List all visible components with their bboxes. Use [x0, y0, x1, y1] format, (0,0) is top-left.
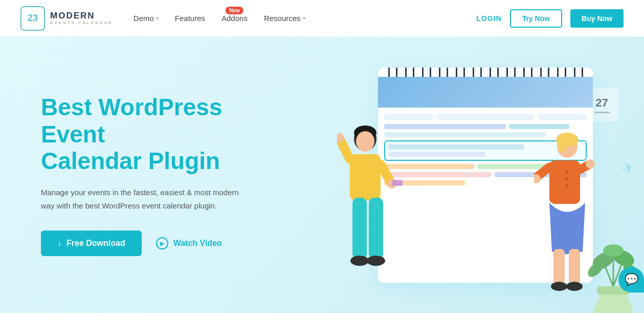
svg-rect-13	[352, 198, 367, 259]
ring	[490, 68, 499, 77]
svg-point-25	[586, 159, 595, 169]
hero-title: Best WordPress Event Calendar Plugin	[41, 94, 286, 175]
svg-rect-27	[569, 249, 580, 285]
ring	[473, 68, 482, 77]
login-button[interactable]: LOGIN	[476, 14, 501, 23]
try-now-button[interactable]: Try Now	[510, 9, 562, 28]
chevron-icon: ▾	[156, 15, 159, 21]
ring	[388, 68, 397, 77]
svg-point-39	[603, 244, 624, 257]
calendar-rings	[378, 68, 593, 77]
svg-rect-26	[553, 249, 565, 285]
svg-rect-14	[369, 198, 383, 259]
svg-rect-8	[350, 154, 381, 200]
navbar-left: 23 MODERN EVENTS CALENDAR Demo ▾ Feature…	[20, 6, 305, 31]
nav-item-resources[interactable]: Resources ▾	[264, 14, 305, 23]
svg-point-16	[367, 256, 385, 266]
nav-item-demo[interactable]: Demo ▾	[134, 14, 159, 23]
svg-point-31	[566, 177, 569, 180]
ring	[574, 68, 583, 77]
addons-badge: New	[226, 7, 243, 14]
svg-point-20	[558, 136, 566, 152]
ring	[540, 68, 549, 77]
download-icon: ↓	[57, 239, 61, 248]
svg-point-28	[551, 282, 567, 291]
nav-links: Demo ▾ Features New Addons Resources ▾	[134, 14, 305, 23]
hero-buttons: ↓ Free Download ▶ Watch Video	[41, 231, 286, 256]
navbar-right: LOGIN Try Now Buy Now	[476, 9, 624, 28]
ring	[456, 68, 465, 77]
float-cal-number: 27	[595, 96, 608, 110]
chevron-icon-resources: ▾	[303, 15, 305, 21]
svg-rect-17	[392, 180, 403, 186]
person-left	[337, 108, 409, 313]
ring	[422, 68, 431, 77]
logo[interactable]: 23 MODERN EVENTS CALENDAR	[20, 6, 113, 31]
nav-item-features[interactable]: Features	[175, 14, 205, 23]
nav-link-demo[interactable]: Demo ▾	[134, 14, 159, 23]
svg-point-32	[566, 184, 569, 187]
calendar-header-bar	[378, 77, 593, 108]
chat-bubble[interactable]: 💬	[618, 267, 644, 293]
download-label: Free Download	[66, 239, 125, 248]
nav-link-addons[interactable]: Addons	[221, 14, 248, 23]
navbar: 23 MODERN EVENTS CALENDAR Demo ▾ Feature…	[0, 0, 644, 37]
svg-point-15	[350, 256, 369, 266]
svg-line-11	[381, 164, 391, 182]
play-icon: ▶	[156, 237, 168, 249]
svg-point-7	[356, 131, 374, 152]
watch-video-button[interactable]: ▶ Watch Video	[156, 237, 222, 249]
ring	[557, 68, 566, 77]
hero-content: Best WordPress Event Calendar Plugin Man…	[41, 94, 286, 257]
hero-illustration: 27 ✈	[245, 37, 644, 313]
hero-description: Manage your events in the fastest, easie…	[41, 186, 246, 212]
ring	[405, 68, 414, 77]
hero-section: Best WordPress Event Calendar Plugin Man…	[0, 37, 644, 313]
nav-item-addons[interactable]: New Addons	[221, 14, 248, 23]
svg-rect-21	[549, 160, 580, 204]
free-download-button[interactable]: ↓ Free Download	[41, 231, 142, 256]
ring	[506, 68, 516, 77]
logo-title: MODERN	[50, 11, 113, 21]
svg-point-29	[566, 282, 583, 291]
ring	[439, 68, 448, 77]
float-cal-line	[594, 112, 610, 113]
logo-subtitle: EVENTS CALENDAR	[50, 20, 113, 25]
logo-text: MODERN EVENTS CALENDAR	[50, 11, 113, 26]
nav-link-resources[interactable]: Resources ▾	[264, 14, 305, 23]
nav-link-features[interactable]: Features	[175, 14, 205, 23]
buy-now-button[interactable]: Buy Now	[570, 9, 624, 28]
ring	[523, 68, 532, 77]
chat-icon: 💬	[625, 273, 638, 286]
svg-point-30	[566, 171, 569, 174]
person-right	[534, 118, 601, 313]
paper-plane-icon: ✈	[619, 158, 636, 178]
logo-icon: 23	[20, 6, 45, 31]
watch-label: Watch Video	[173, 239, 222, 248]
